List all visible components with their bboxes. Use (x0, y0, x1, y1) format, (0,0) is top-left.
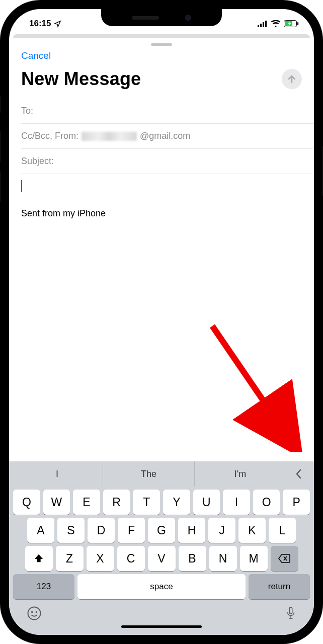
backspace-icon (278, 553, 291, 564)
prediction-1[interactable]: I (12, 461, 103, 487)
svg-rect-6 (297, 22, 298, 25)
status-time: 16:15 (29, 19, 51, 29)
ccbcc-label: Cc/Bcc, From: (21, 131, 78, 141)
emoji-key[interactable] (27, 606, 42, 623)
numeric-key[interactable]: 123 (13, 574, 74, 599)
microphone-icon (285, 606, 296, 621)
chevron-left-icon (295, 468, 303, 479)
key-o[interactable]: O (253, 490, 280, 515)
wifi-icon (271, 20, 281, 27)
key-s[interactable]: S (57, 518, 85, 543)
message-body[interactable]: Sent from my iPhone (9, 174, 314, 219)
home-indicator[interactable] (121, 625, 202, 628)
key-p[interactable]: P (283, 490, 310, 515)
keyboard: I The I'm Q W E R T Y U I O P A (9, 461, 314, 635)
format-bar-toggle[interactable] (286, 461, 311, 487)
key-w[interactable]: W (43, 490, 70, 515)
subject-field[interactable]: Subject: (21, 149, 314, 174)
key-t[interactable]: T (133, 490, 160, 515)
subject-label: Subject: (21, 156, 54, 167)
signature-text: Sent from my iPhone (21, 208, 302, 219)
svg-line-7 (212, 326, 283, 429)
text-cursor (21, 180, 22, 192)
svg-rect-3 (265, 21, 267, 27)
cancel-button[interactable]: Cancel (9, 39, 63, 66)
volume-up-button (0, 131, 1, 162)
svg-rect-0 (258, 25, 259, 27)
key-y[interactable]: Y (163, 490, 190, 515)
dictation-key[interactable] (285, 606, 296, 623)
compose-sheet: Cancel New Message To: Cc/Bcc, From: @gm… (9, 39, 314, 219)
svg-rect-1 (260, 24, 262, 27)
from-address-redacted (82, 132, 137, 141)
key-r[interactable]: R (103, 490, 130, 515)
key-d[interactable]: D (88, 518, 115, 543)
volume-down-button (0, 171, 1, 202)
screen: 16:15 Cancel New Message To: (9, 9, 314, 635)
key-v[interactable]: V (148, 546, 176, 571)
cellular-icon (258, 21, 268, 27)
key-j[interactable]: J (208, 518, 235, 543)
sheet-grabber[interactable] (151, 43, 172, 46)
arrow-up-icon (287, 74, 297, 84)
key-m[interactable]: M (240, 546, 268, 571)
svg-point-8 (28, 607, 41, 620)
emoji-icon (27, 606, 42, 621)
svg-rect-2 (263, 22, 264, 27)
key-c[interactable]: C (117, 546, 145, 571)
battery-icon (284, 20, 299, 27)
to-field[interactable]: To: (21, 99, 314, 124)
key-l[interactable]: L (269, 518, 296, 543)
space-key[interactable]: space (77, 574, 246, 599)
to-label: To: (21, 106, 33, 116)
key-k[interactable]: K (238, 518, 266, 543)
page-title: New Message (21, 68, 141, 90)
key-f[interactable]: F (118, 518, 145, 543)
from-domain: @gmail.com (140, 131, 190, 141)
svg-point-9 (32, 612, 33, 613)
key-x[interactable]: X (87, 546, 114, 571)
return-key[interactable]: return (249, 574, 310, 599)
key-u[interactable]: U (193, 490, 220, 515)
key-z[interactable]: Z (56, 546, 84, 571)
annotation-arrow (202, 321, 303, 452)
prediction-3[interactable]: I'm (195, 461, 286, 487)
key-b[interactable]: B (179, 546, 206, 571)
shift-key[interactable] (25, 546, 53, 571)
key-g[interactable]: G (148, 518, 175, 543)
key-q[interactable]: Q (13, 490, 40, 515)
svg-point-10 (36, 612, 37, 613)
iphone-frame: 16:15 Cancel New Message To: (0, 0, 323, 644)
mute-switch (0, 96, 1, 113)
prediction-bar: I The I'm (12, 461, 311, 487)
key-i[interactable]: I (223, 490, 250, 515)
key-n[interactable]: N (209, 546, 237, 571)
location-icon (54, 20, 61, 28)
prediction-2[interactable]: The (103, 461, 195, 487)
svg-rect-11 (289, 607, 292, 614)
backspace-key[interactable] (271, 546, 298, 571)
key-a[interactable]: A (27, 518, 54, 543)
send-button[interactable] (282, 69, 302, 89)
shift-icon (33, 553, 44, 564)
key-e[interactable]: E (73, 490, 100, 515)
key-h[interactable]: H (178, 518, 205, 543)
notch (101, 9, 222, 26)
background-sheet-peek (13, 34, 310, 38)
cc-bcc-from-field[interactable]: Cc/Bcc, From: @gmail.com (21, 124, 314, 149)
